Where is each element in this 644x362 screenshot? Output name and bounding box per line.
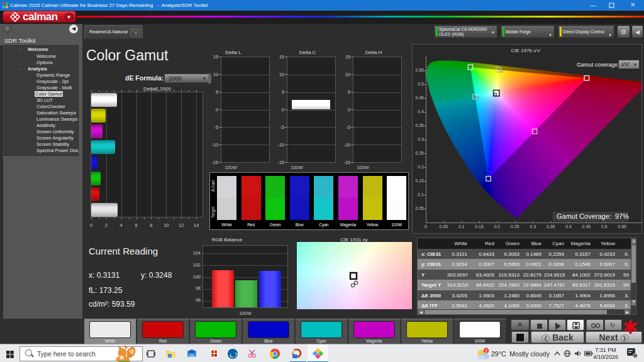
svg-text:2: 2 — [485, 348, 487, 354]
